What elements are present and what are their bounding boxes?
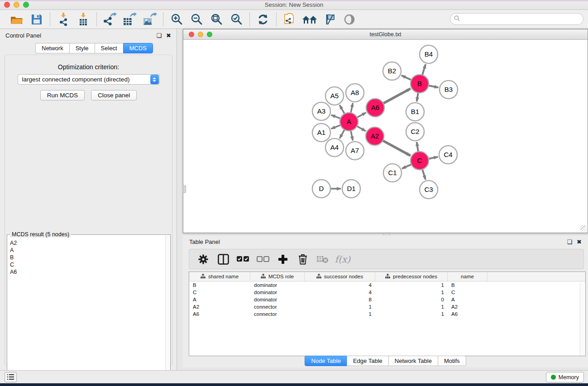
edge-B-B1[interactable] [417, 93, 418, 102]
node-A8[interactable]: A8 [346, 84, 364, 102]
node-B2[interactable]: B2 [383, 62, 401, 80]
node-B4[interactable]: B4 [420, 45, 438, 63]
network-minimize-button[interactable] [198, 32, 203, 37]
window-resize-grip[interactable] [580, 225, 587, 232]
export-image-icon[interactable] [141, 12, 158, 27]
edge-A-A7[interactable] [351, 131, 353, 141]
zoom-selected-icon[interactable] [228, 12, 245, 27]
memory-button[interactable]: Memory [546, 372, 584, 382]
table-row[interactable]: Cdominator41C [189, 289, 585, 296]
refresh-layout-icon[interactable] [254, 12, 272, 27]
criterion-dropdown[interactable]: largest connected component (directed) [18, 74, 160, 85]
table-scrollbar[interactable] [580, 282, 585, 356]
column-header-successor-nodes[interactable]: successor nodes [305, 272, 375, 281]
node-C3[interactable]: C3 [420, 181, 438, 199]
network-window-titlebar[interactable]: testGlobe.txt [183, 29, 588, 40]
edge-C-C1[interactable] [402, 164, 411, 168]
edge-A6-B[interactable] [383, 89, 411, 104]
zoom-window-button[interactable] [23, 2, 29, 8]
tab-mcds[interactable]: MCDS [123, 43, 153, 53]
edge-A-A3[interactable] [331, 115, 341, 119]
node-B3[interactable]: B3 [440, 81, 458, 99]
edge-C-C3[interactable] [422, 169, 425, 180]
edge-A-A2[interactable] [357, 126, 366, 131]
column-header-name[interactable]: name [448, 272, 488, 281]
table-row[interactable]: A2connector11A2 [189, 303, 585, 310]
node-A5[interactable]: A5 [325, 87, 344, 105]
node-A4[interactable]: A4 [325, 138, 344, 157]
bird-eye-view-icon[interactable] [341, 12, 358, 27]
tab-network-table[interactable]: Network Table [388, 356, 438, 366]
close-window-button[interactable] [4, 2, 10, 8]
search-box[interactable] [450, 13, 583, 25]
column-settings-gear-icon[interactable] [196, 253, 210, 266]
export-network-icon[interactable] [101, 12, 119, 27]
network-close-button[interactable] [189, 32, 194, 37]
node-A[interactable]: A [340, 113, 358, 131]
node-C4[interactable]: C4 [439, 146, 457, 164]
close-panel-icon[interactable]: ✖ [577, 239, 582, 245]
edge-A-A6[interactable] [357, 113, 366, 118]
edge-B-B2[interactable] [402, 76, 411, 80]
delete-column-icon[interactable] [296, 253, 310, 266]
first-neighbors-icon[interactable] [301, 12, 318, 27]
open-file-icon[interactable] [8, 12, 25, 27]
float-panel-icon[interactable]: ❏ [156, 33, 162, 38]
deselect-all-rows-icon[interactable] [256, 253, 270, 266]
edge-C-C4[interactable] [429, 157, 438, 159]
result-list-item[interactable]: A2 [10, 239, 167, 247]
close-panel-button[interactable]: Close panel [91, 90, 137, 100]
task-history-button[interactable] [5, 372, 17, 382]
close-panel-icon[interactable]: ✖ [166, 33, 171, 38]
result-list-item[interactable]: B [10, 254, 167, 261]
edge-C-C2[interactable] [417, 142, 418, 152]
node-A3[interactable]: A3 [312, 102, 330, 120]
import-table-icon[interactable] [75, 12, 92, 27]
add-column-icon[interactable] [276, 253, 290, 266]
node-C[interactable]: C [411, 152, 429, 170]
node-C2[interactable]: C2 [406, 123, 424, 141]
edge-B-B4[interactable] [422, 64, 425, 75]
zoom-out-icon[interactable] [188, 12, 205, 27]
import-network-icon[interactable] [55, 12, 72, 27]
node-D1[interactable]: D1 [342, 180, 360, 198]
show-hide-details-icon[interactable] [321, 12, 338, 27]
tab-motifs[interactable]: Motifs [438, 356, 466, 366]
column-header-shared-name[interactable]: shared name [189, 272, 250, 281]
table-row[interactable]: Adominator80A [189, 296, 585, 303]
edge-B-B3[interactable] [429, 86, 439, 87]
network-zoom-button[interactable] [207, 32, 212, 37]
minimize-window-button[interactable] [14, 2, 19, 8]
node-B[interactable]: B [411, 75, 429, 93]
search-input[interactable] [462, 14, 583, 24]
node-B1[interactable]: B1 [406, 103, 424, 121]
tab-node-table[interactable]: Node Table [305, 356, 347, 366]
network-canvas[interactable]: B4B2BB3A5A8A6A3B1AA1C2A2A4A7C4CC1DD1C3 [183, 40, 588, 233]
edge-A-A1[interactable] [331, 125, 340, 129]
tab-edge-table[interactable]: Edge Table [347, 356, 388, 366]
splitter-handle-vertical[interactable] [183, 186, 186, 193]
tab-select[interactable]: Select [95, 43, 123, 53]
table-row[interactable]: A6connector11A6 [189, 310, 585, 318]
tab-style[interactable]: Style [69, 43, 95, 53]
node-D[interactable]: D [312, 180, 330, 198]
zoom-in-icon[interactable] [168, 12, 185, 27]
result-list-item[interactable]: A [10, 247, 167, 254]
table-row[interactable]: Bdominator41B [189, 281, 585, 289]
node-A6[interactable]: A6 [366, 99, 384, 117]
node-A2[interactable]: A2 [366, 127, 384, 145]
column-header-MCDS-role[interactable]: MCDS role [250, 272, 305, 281]
result-list-item[interactable]: A6 [10, 268, 167, 276]
edge-A-A5[interactable] [339, 105, 344, 114]
export-table-icon[interactable] [121, 12, 139, 27]
edge-A-A4[interactable] [339, 129, 344, 138]
edge-A2-C[interactable] [383, 141, 411, 156]
node-C1[interactable]: C1 [383, 164, 402, 182]
run-mcds-button[interactable]: Run MCDS [40, 90, 85, 100]
select-all-rows-icon[interactable] [236, 253, 250, 266]
show-columns-icon[interactable] [216, 253, 230, 266]
result-list-item[interactable]: C [10, 261, 167, 268]
zoom-fit-icon[interactable] [208, 12, 225, 27]
node-A7[interactable]: A7 [346, 142, 364, 160]
node-A1[interactable]: A1 [312, 124, 330, 142]
